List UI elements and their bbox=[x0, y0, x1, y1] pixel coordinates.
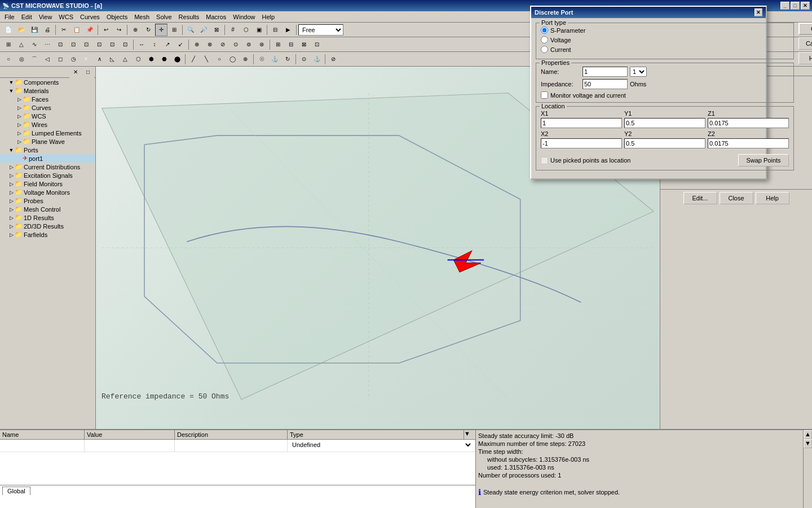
t3-cancel[interactable]: ⊘ bbox=[327, 53, 339, 65]
t2-btn5[interactable]: ⊡ bbox=[54, 38, 67, 51]
radio-current[interactable] bbox=[541, 46, 548, 53]
menu-objects[interactable]: Objects bbox=[103, 12, 131, 21]
t3-btn20[interactable]: ☉ bbox=[255, 53, 268, 65]
t2-btn8[interactable]: ⊡ bbox=[93, 38, 105, 51]
t2-btn23[interactable]: ⊠ bbox=[298, 38, 310, 51]
t3-snap[interactable]: ⊙ bbox=[298, 53, 310, 65]
menu-file[interactable]: File bbox=[1, 12, 18, 21]
port-btn[interactable]: ⊟ bbox=[269, 24, 281, 36]
t3-btn18[interactable]: ◯ bbox=[226, 53, 239, 65]
t3-btn1[interactable]: ○ bbox=[2, 53, 15, 65]
menu-window[interactable]: Window bbox=[230, 12, 258, 21]
tree-current-dist[interactable]: ▷ 📁 Current Distributions bbox=[0, 163, 95, 171]
redo-btn[interactable]: ↪ bbox=[113, 24, 125, 36]
t2-btn2[interactable]: △ bbox=[15, 38, 28, 51]
history-close-btn[interactable]: Close bbox=[720, 192, 753, 204]
t3-btn10[interactable]: △ bbox=[119, 53, 131, 65]
t2-btn18[interactable]: ⊙ bbox=[230, 38, 242, 51]
tree-farfields[interactable]: ▷ 📁 Farfields bbox=[0, 230, 95, 239]
t3-btn4[interactable]: ◁ bbox=[41, 53, 54, 65]
tree-curves[interactable]: ▷ 📁 Curves bbox=[0, 103, 95, 112]
tree-port1[interactable]: ✈ port1 bbox=[0, 154, 95, 163]
cancel-btn[interactable]: Cancel bbox=[798, 37, 812, 50]
zoom-all-btn[interactable]: ⊠ bbox=[210, 24, 223, 36]
t2-btn21[interactable]: ⊞ bbox=[272, 38, 284, 51]
t3-btn6[interactable]: ◷ bbox=[67, 53, 80, 65]
type-select[interactable]: Undefined String Integer Double Boolean bbox=[290, 441, 473, 449]
impedance-input[interactable] bbox=[582, 79, 628, 89]
prop-desc-cell[interactable] bbox=[175, 440, 288, 452]
t2-btn15[interactable]: ⊕ bbox=[191, 38, 203, 51]
t2-btn11[interactable]: ↔ bbox=[135, 38, 148, 51]
t2-btn10[interactable]: ⊡ bbox=[119, 38, 131, 51]
sidebar-float-btn[interactable]: □ bbox=[82, 67, 94, 78]
y2-input[interactable] bbox=[624, 138, 705, 148]
name-dropdown[interactable]: 1 bbox=[630, 67, 647, 77]
view3d-btn[interactable]: ⬡ bbox=[240, 24, 252, 36]
props-scroll-down[interactable]: ▼ bbox=[464, 430, 475, 439]
sim-btn[interactable]: ▶ bbox=[282, 24, 294, 36]
t3-rotate[interactable]: ↻ bbox=[281, 53, 294, 65]
t3-btn13[interactable]: ⬣ bbox=[158, 53, 170, 65]
menu-view[interactable]: View bbox=[36, 12, 56, 21]
tree-probes[interactable]: ▷ 📁 Probes bbox=[0, 196, 95, 205]
prop-type-cell[interactable]: Undefined String Integer Double Boolean bbox=[288, 440, 475, 452]
menu-mesh[interactable]: Mesh bbox=[131, 12, 153, 21]
t3-btn3[interactable]: ⌒ bbox=[28, 53, 41, 65]
t3-btn19[interactable]: ⊕ bbox=[239, 53, 251, 65]
prop-value-cell[interactable] bbox=[85, 440, 175, 452]
t3-btn12[interactable]: ⬢ bbox=[145, 53, 157, 65]
t3-btn2[interactable]: ◎ bbox=[15, 53, 28, 65]
tree-ports[interactable]: ▼ 📁 Ports bbox=[0, 146, 95, 154]
dialog-close-btn[interactable]: ✕ bbox=[754, 8, 762, 16]
zoom-in-btn[interactable]: 🔍 bbox=[184, 24, 197, 36]
radio-voltage[interactable] bbox=[541, 36, 548, 43]
nav-btn[interactable]: ⊕ bbox=[129, 24, 142, 36]
t2-btn12[interactable]: ↕ bbox=[148, 38, 161, 51]
global-tab[interactable]: Global bbox=[2, 487, 30, 495]
cut-btn[interactable]: ✂ bbox=[58, 24, 70, 36]
t3-btn9[interactable]: ◺ bbox=[106, 53, 118, 65]
tree-wires[interactable]: ▷ 📁 Wires bbox=[0, 120, 95, 129]
tree-lumped[interactable]: ▷ 📁 Lumped Elements bbox=[0, 129, 95, 137]
undo-btn[interactable]: ↩ bbox=[100, 24, 112, 36]
t2-btn6[interactable]: ⊡ bbox=[67, 38, 80, 51]
scroll-up-btn[interactable]: ▲ bbox=[804, 430, 812, 439]
tree-materials[interactable]: ▼ 📁 Materials bbox=[0, 86, 95, 95]
menu-results[interactable]: Results bbox=[175, 12, 203, 21]
close-btn[interactable]: ✕ bbox=[801, 2, 810, 10]
tree-mesh-control[interactable]: ▷ 📁 Mesh Control bbox=[0, 205, 95, 213]
select-btn[interactable]: ✛ bbox=[155, 24, 167, 36]
t2-btn24[interactable]: ⊡ bbox=[311, 38, 323, 51]
t2-btn9[interactable]: ⊡ bbox=[106, 38, 118, 51]
monitor-checkbox[interactable] bbox=[541, 91, 548, 99]
sidebar-close-btn[interactable]: ✕ bbox=[69, 67, 82, 78]
t3-btn15[interactable]: ╱ bbox=[187, 53, 200, 65]
menu-macros[interactable]: Macros bbox=[202, 12, 230, 21]
t3-btnn[interactable]: ⚓ bbox=[311, 53, 323, 65]
tree-2d3d-results[interactable]: ▷ 📁 2D/3D Results bbox=[0, 222, 95, 230]
tree-voltage-monitors[interactable]: ▷ 📁 Voltage Monitors bbox=[0, 188, 95, 196]
paste-btn[interactable]: 📌 bbox=[83, 24, 96, 36]
tree-components[interactable]: ▼ 📁 Components bbox=[0, 78, 95, 86]
rotate-btn[interactable]: ↻ bbox=[142, 24, 155, 36]
prop-name-cell[interactable] bbox=[0, 440, 85, 452]
save-btn[interactable]: 💾 bbox=[28, 24, 41, 36]
render-btn[interactable]: ▣ bbox=[253, 24, 265, 36]
tree-wcs[interactable]: ▷ 📁 WCS bbox=[0, 112, 95, 120]
t3-btn8[interactable]: ∧ bbox=[93, 53, 105, 65]
t2-btn19[interactable]: ⊚ bbox=[242, 38, 255, 51]
t3-btn21[interactable]: ⚓ bbox=[268, 53, 281, 65]
open-btn[interactable]: 📂 bbox=[15, 24, 28, 36]
z1-input[interactable] bbox=[708, 118, 789, 128]
history-edit-btn[interactable]: Edit... bbox=[683, 192, 717, 204]
discrete-port-dialog[interactable]: Discrete Port ✕ Port type S-Parameter bbox=[530, 6, 767, 179]
menu-curves[interactable]: Curves bbox=[77, 12, 103, 21]
radio-s-parameter[interactable] bbox=[541, 27, 548, 34]
t2-btn17[interactable]: ⊘ bbox=[217, 38, 229, 51]
tree-1d-results[interactable]: ▷ 📁 1D Results bbox=[0, 213, 95, 222]
t3-btn17[interactable]: ○ bbox=[213, 53, 226, 65]
ok-btn[interactable]: OK bbox=[798, 23, 812, 35]
name-input[interactable] bbox=[582, 67, 628, 77]
info-scrollbar[interactable]: ▲ ▼ bbox=[803, 430, 812, 508]
